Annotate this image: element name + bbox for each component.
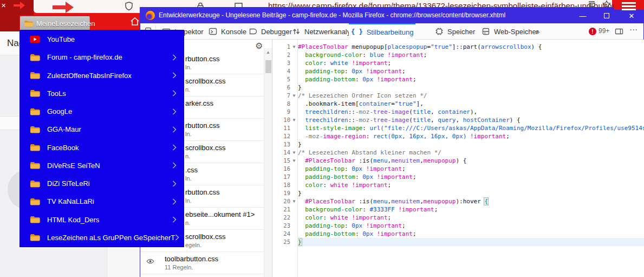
back-arrow-icon[interactable] (12, 1, 26, 10)
code-line[interactable]: 12 -moz-image-region: rect(0px, 16px, 16… (272, 132, 644, 140)
bookmark-menu-item[interactable]: TooLs (20, 85, 184, 102)
bookmark-menu-item[interactable]: FaceBook (20, 139, 184, 157)
code-line[interactable]: 10▼ treechildren::-moz-tree-image(title,… (272, 116, 644, 124)
code-line[interactable]: 2 background-color: blue !important; (272, 51, 644, 59)
fold-arrow-icon[interactable]: ▼ (290, 157, 298, 165)
bookmark-menu-item[interactable]: HTML Kod_Ders (20, 211, 184, 229)
stylesheet-rule-count: ln. (185, 64, 262, 70)
code-line[interactable]: 23 padding-top: 0px !important; (272, 222, 644, 230)
folder-icon (30, 234, 40, 241)
code-text: treechildren::-moz-tree-image(title, con… (298, 108, 644, 116)
bookmark-menu-item[interactable]: Forum - camp-firefox.de (20, 48, 184, 66)
line-number: 18 (272, 181, 290, 189)
fold-gutter (290, 189, 298, 197)
bookmark-menu-item[interactable]: YouTube (20, 30, 184, 48)
code-line[interactable]: 20▼ #PlacesToolbar :is(menu,menuitem,men… (272, 197, 644, 205)
tab-stilbearbeitung[interactable]: { }Stilbearbeitung (349, 23, 415, 40)
bookmark-menu-item[interactable]: DiVeRsE SeiTeN (20, 157, 184, 175)
code-line[interactable]: 1▼#PlacesToolbar menupopup[placespopup="… (272, 43, 644, 51)
screenshot-root: Nac omar 1979 ✕ https://www.camp-firefox… (0, 0, 644, 277)
code-line[interactable]: 6} (272, 83, 644, 92)
code-line[interactable]: 16 padding-top: 0px !important; (272, 165, 644, 173)
devtools-menu-icon[interactable]: ⋯ (629, 25, 638, 35)
bookmarks-menu-button[interactable]: MeineLesezeichen (20, 16, 90, 30)
hamburger-icon (622, 2, 636, 4)
bookmark-menu-item[interactable]: DiZi SiTeLeRi (20, 175, 184, 192)
code-line[interactable]: 5 padding-bottom: 0px !important; (272, 75, 644, 83)
tab-web-speicher[interactable]: Web-Speicher (479, 23, 541, 40)
code-text: /* Lesezeichen Ordner Icon setzen */ (298, 92, 644, 100)
error-count[interactable]: 99+ (599, 27, 609, 35)
split-console-icon[interactable] (615, 27, 623, 36)
bookmark-menu-item[interactable]: GGA-Maur (20, 120, 184, 138)
code-line[interactable]: 7▼/* Lesezeichen Ordner Icon setzen */ (272, 92, 644, 100)
forward-arrow-icon[interactable] (50, 0, 75, 15)
css-code-editor[interactable]: 1▼#PlacesToolbar menupopup[placespopup="… (272, 40, 644, 277)
code-line[interactable]: 22 color: white !important; (272, 214, 644, 222)
code-text: } (298, 140, 644, 149)
fold-arrow-icon[interactable]: ▼ (290, 197, 298, 205)
code-text: padding-bottom: 0px !important; (298, 75, 644, 83)
fold-gutter (290, 59, 298, 67)
tab-speicher[interactable]: Speicher (433, 23, 477, 40)
code-line[interactable]: 15▼ #PlacesToolbar :is(menu,menuitem,men… (272, 157, 644, 165)
code-line[interactable]: 18 color: white !important; (272, 181, 644, 189)
storage-icon (482, 27, 490, 36)
line-number: 15 (272, 157, 290, 165)
maximize-button[interactable] (599, 10, 615, 22)
code-line[interactable]: 13} (272, 140, 644, 149)
stylesheet-rule-count: n. (185, 86, 262, 93)
line-number: 21 (272, 205, 290, 214)
fold-gutter (290, 100, 298, 108)
gear-icon[interactable]: ⚙ (255, 42, 263, 50)
braces-icon: { } (351, 28, 363, 36)
submenu-chevron-icon (172, 90, 177, 96)
panel-scrollbar[interactable]: ▲ (264, 48, 272, 277)
close-button[interactable]: ✕ (623, 10, 640, 22)
fold-arrow-icon[interactable]: ▼ (290, 116, 298, 124)
bookmark-menu-item[interactable]: TV KaNaLLaRi (20, 192, 184, 210)
tab-konsole[interactable]: Konsole (206, 23, 249, 40)
bookmark-menu-item[interactable]: ZuletztOffeneTabsInFirefox (20, 67, 184, 85)
devtools-toolbar: InspektorKonsoleDebuggerNetzwerkanalyse{… (140, 23, 643, 40)
tab-debugger[interactable]: Debugger (246, 23, 294, 40)
stylesheet-name: rbutton.css (185, 188, 262, 196)
fold-arrow-icon[interactable]: ▼ (290, 43, 298, 51)
minimize-button[interactable]: — (575, 10, 591, 22)
code-line[interactable]: 4 padding-top: 0px !important; (272, 67, 644, 75)
bookmark-label: TooLs (47, 89, 172, 98)
line-number: 8 (272, 100, 290, 108)
fold-gutter (290, 132, 298, 140)
eye-icon[interactable] (146, 259, 154, 264)
bookmark-menu-item[interactable]: GoogLe (20, 102, 184, 120)
submenu-chevron-icon (172, 198, 177, 205)
code-line[interactable]: 19} (272, 189, 644, 197)
stylesheet-row[interactable]: toolbarbutton.css11 Regeln. (140, 252, 264, 274)
bookmark-menu-item[interactable]: LeseZeichen aLs GruPPen GeSpeicherT (20, 229, 184, 247)
fold-arrow-icon[interactable]: ▼ (290, 92, 298, 100)
app-menu-button[interactable] (614, 0, 644, 10)
code-line[interactable]: 11 list-style-image: url("file:///C:/Use… (272, 124, 644, 132)
scroll-up-icon[interactable]: ▲ (266, 50, 270, 55)
close-icon[interactable]: ✕ (1, 2, 6, 9)
folder-icon (30, 126, 40, 133)
fold-gutter (290, 230, 298, 238)
fold-gutter (290, 67, 298, 75)
shield-icon[interactable] (125, 2, 133, 11)
fold-arrow-icon[interactable]: ▼ (290, 149, 298, 157)
stylesheet-rule-count: 11 Regeln. (165, 264, 262, 270)
code-line[interactable]: 14▼/* Lesezeichen Abstand kleiner machen… (272, 149, 644, 157)
code-line[interactable]: 24 padding-bottom: 0px !important; (272, 230, 644, 238)
code-line[interactable]: 21 background-color: #3333FF !important; (272, 205, 644, 214)
devtools-titlebar[interactable]: Entwicklerwerkzeuge - Ungelesene Beiträg… (140, 8, 643, 23)
code-line[interactable]: 8 .bookmark-item[container="true"], (272, 100, 644, 108)
code-line[interactable]: 17 padding-bottom: 0px !important; (272, 173, 644, 181)
home-icon[interactable] (130, 17, 140, 26)
scrollbar-thumb[interactable] (265, 60, 271, 73)
code-line[interactable]: 25} (272, 238, 644, 246)
tab-overflow-chevron[interactable]: » (534, 23, 542, 40)
folder-icon (24, 20, 33, 27)
code-line[interactable]: 9 treechildren::-moz-tree-image(title, c… (272, 108, 644, 116)
error-badge-icon[interactable]: ! (589, 28, 596, 35)
code-line[interactable]: 3 color: white !important; (272, 59, 644, 67)
